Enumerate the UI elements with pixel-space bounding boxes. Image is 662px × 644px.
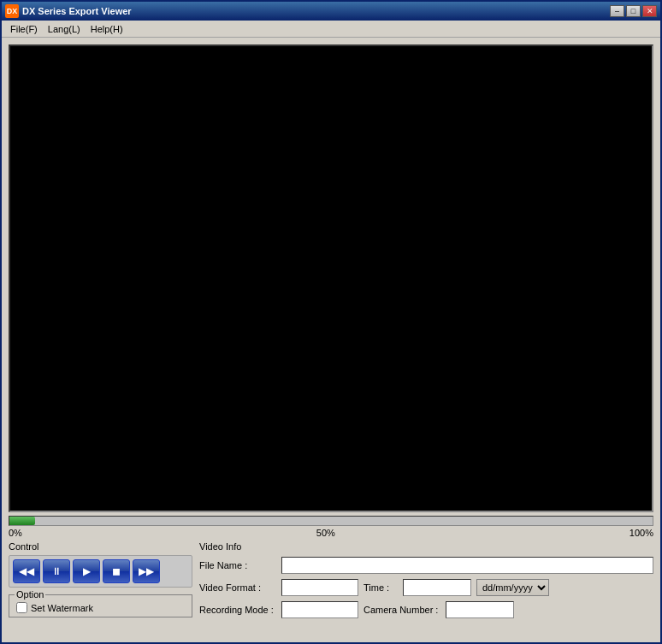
main-window: DX DX Series Export Viewer – □ ✕ File(F)… [0, 0, 662, 644]
time-input[interactable] [403, 579, 471, 596]
menu-help[interactable]: Help(H) [86, 23, 128, 35]
control-group-label: Control [9, 541, 192, 552]
progress-bar-fill [9, 517, 35, 525]
progress-container: 0% 50% 100% [9, 516, 653, 538]
pause-button[interactable]: ⏸ [43, 559, 70, 583]
progress-label-middle: 50% [316, 528, 335, 538]
menu-lang[interactable]: Lang(L) [43, 23, 86, 35]
file-name-label: File Name : [199, 560, 276, 570]
main-content: 0% 50% 100% Control ◀◀ ⏸ ▶ ◼ ▶▶ Option [2, 38, 660, 642]
video-info-panel: Video Info File Name : Video Format : Ti… [199, 541, 653, 635]
rewind-button[interactable]: ◀◀ [13, 559, 40, 583]
file-name-row: File Name : [199, 557, 653, 574]
video-format-label: Video Format : [199, 582, 276, 593]
video-info-group-label: Video Info [199, 541, 653, 552]
menu-file[interactable]: File(F) [5, 23, 43, 35]
title-bar-left: DX DX Series Export Viewer [5, 4, 132, 18]
watermark-label: Set Watermark [31, 603, 93, 613]
title-bar: DX DX Series Export Viewer – □ ✕ [2, 2, 660, 21]
bottom-area: Control ◀◀ ⏸ ▶ ◼ ▶▶ Option Set Watermark [9, 541, 653, 635]
window-title: DX Series Export Viewer [22, 6, 132, 16]
time-label: Time : [364, 582, 398, 593]
camera-number-input[interactable] [446, 601, 514, 618]
video-display [9, 44, 653, 512]
file-name-input[interactable] [281, 557, 653, 574]
progress-label-end: 100% [629, 528, 653, 538]
video-format-input[interactable] [281, 579, 358, 596]
recording-mode-label: Recording Mode : [199, 605, 276, 615]
progress-bar-track[interactable] [9, 516, 653, 526]
control-panel: Control ◀◀ ⏸ ▶ ◼ ▶▶ Option Set Watermark [9, 541, 192, 635]
progress-label-start: 0% [9, 528, 22, 538]
playback-controls: ◀◀ ⏸ ▶ ◼ ▶▶ [9, 555, 192, 588]
camera-number-label: Camera Number : [364, 605, 440, 615]
app-icon: DX [5, 4, 19, 18]
option-group-label: Option [15, 589, 45, 600]
stop-button[interactable]: ◼ [103, 559, 130, 583]
watermark-row: Set Watermark [16, 599, 185, 613]
video-format-time-row: Video Format : Time : dd/mm/yyyy [199, 579, 653, 596]
watermark-checkbox[interactable] [16, 602, 27, 613]
recording-mode-camera-row: Recording Mode : Camera Number : [199, 601, 653, 618]
title-buttons: – □ ✕ [610, 5, 657, 17]
date-format-select[interactable]: dd/mm/yyyy [476, 579, 549, 596]
close-button[interactable]: ✕ [642, 5, 657, 17]
recording-mode-input[interactable] [281, 601, 358, 618]
menu-bar: File(F) Lang(L) Help(H) [2, 21, 660, 38]
minimize-button[interactable]: – [610, 5, 624, 17]
option-panel: Option Set Watermark [9, 594, 192, 617]
progress-labels: 0% 50% 100% [9, 528, 653, 538]
fast-forward-button[interactable]: ▶▶ [133, 559, 160, 583]
play-button[interactable]: ▶ [73, 559, 100, 583]
maximize-button[interactable]: □ [626, 5, 641, 17]
